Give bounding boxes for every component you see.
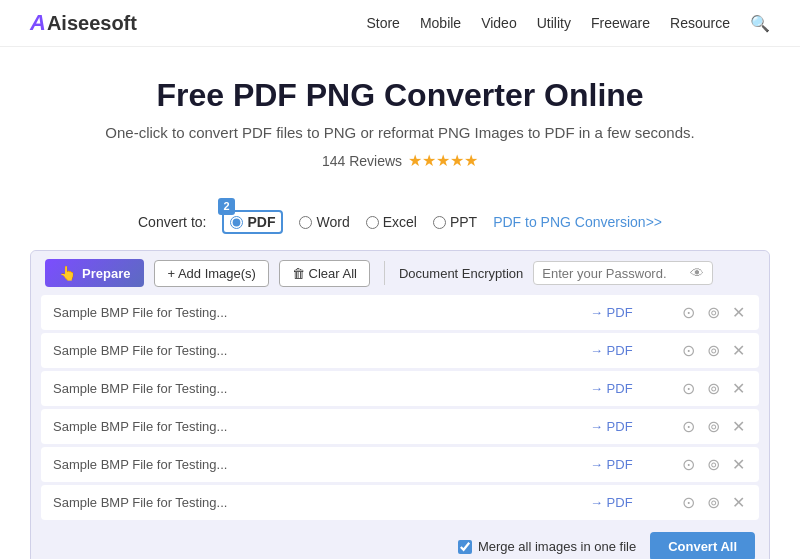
password-input-wrap: 👁: [533, 261, 713, 285]
nav-store[interactable]: Store: [366, 15, 399, 31]
file-actions: ⊙ ⊚ ✕: [680, 417, 747, 436]
file-name: Sample BMP File for Testing...: [53, 343, 590, 358]
pdf-radio[interactable]: [230, 216, 243, 229]
ppt-radio-label[interactable]: PPT: [433, 214, 477, 230]
check-icon[interactable]: ⊚: [705, 493, 722, 512]
reviews: 144 Reviews ★★★★★: [20, 151, 780, 170]
pdf-radio-label[interactable]: PDF: [247, 214, 275, 230]
table-row: Sample BMP File for Testing... → PDF ⊙ ⊚…: [41, 333, 759, 368]
table-row: Sample BMP File for Testing... → PDF ⊙ ⊚…: [41, 485, 759, 520]
check-icon[interactable]: ⊚: [705, 379, 722, 398]
file-list: Sample BMP File for Testing... → PDF ⊙ ⊚…: [41, 295, 759, 520]
table-row: Sample BMP File for Testing... → PDF ⊙ ⊚…: [41, 295, 759, 330]
file-name: Sample BMP File for Testing...: [53, 381, 590, 396]
clear-all-button[interactable]: 🗑 Clear All: [279, 260, 370, 287]
settings-icon[interactable]: ⊙: [680, 379, 697, 398]
logo-text: Aiseesoft: [47, 12, 137, 35]
file-actions: ⊙ ⊚ ✕: [680, 455, 747, 474]
pdf-to-png-link[interactable]: PDF to PNG Conversion>>: [493, 214, 662, 230]
close-icon[interactable]: ✕: [730, 341, 747, 360]
header: AAiseesoft Store Mobile Video Utility Fr…: [0, 0, 800, 47]
merge-checkbox-label[interactable]: Merge all images in one file: [458, 539, 636, 554]
file-actions: ⊙ ⊚ ✕: [680, 379, 747, 398]
output-format: → PDF: [590, 419, 670, 434]
word-radio[interactable]: [299, 216, 312, 229]
nav-mobile[interactable]: Mobile: [420, 15, 461, 31]
add-images-button[interactable]: + Add Image(s): [154, 260, 269, 287]
search-icon[interactable]: 🔍: [750, 14, 770, 33]
doc-encrypt-label: Document Encryption: [399, 266, 523, 281]
table-row: Sample BMP File for Testing... → PDF ⊙ ⊚…: [41, 371, 759, 406]
nav-video[interactable]: Video: [481, 15, 517, 31]
convert-all-button[interactable]: Convert All: [650, 532, 755, 559]
check-icon[interactable]: ⊚: [705, 455, 722, 474]
step-badge: 2: [218, 198, 234, 215]
toolbar: Prepare + Add Image(s) 🗑 Clear All Docum…: [31, 251, 769, 295]
eye-icon[interactable]: 👁: [690, 265, 704, 281]
page-title: Free PDF PNG Converter Online: [20, 77, 780, 114]
close-icon[interactable]: ✕: [730, 379, 747, 398]
output-format: → PDF: [590, 305, 670, 320]
file-actions: ⊙ ⊚ ✕: [680, 341, 747, 360]
file-name: Sample BMP File for Testing...: [53, 457, 590, 472]
settings-icon[interactable]: ⊙: [680, 303, 697, 322]
tool-area: Prepare + Add Image(s) 🗑 Clear All Docum…: [30, 250, 770, 559]
logo-a-icon: A: [30, 10, 46, 36]
password-input[interactable]: [542, 266, 690, 281]
table-row: Sample BMP File for Testing... → PDF ⊙ ⊚…: [41, 447, 759, 482]
toolbar-divider: [384, 261, 385, 285]
close-icon[interactable]: ✕: [730, 303, 747, 322]
excel-radio[interactable]: [366, 216, 379, 229]
file-name: Sample BMP File for Testing...: [53, 495, 590, 510]
close-icon[interactable]: ✕: [730, 417, 747, 436]
nav-resource[interactable]: Resource: [670, 15, 730, 31]
word-radio-label[interactable]: Word: [299, 214, 349, 230]
excel-radio-label[interactable]: Excel: [366, 214, 417, 230]
settings-icon[interactable]: ⊙: [680, 341, 697, 360]
reviews-count: 144 Reviews: [322, 153, 402, 169]
settings-icon[interactable]: ⊙: [680, 455, 697, 474]
file-name: Sample BMP File for Testing...: [53, 419, 590, 434]
output-format: → PDF: [590, 381, 670, 396]
nav-freeware[interactable]: Freeware: [591, 15, 650, 31]
pdf-radio-wrapper: 2 PDF: [222, 210, 283, 234]
close-icon[interactable]: ✕: [730, 455, 747, 474]
settings-icon[interactable]: ⊙: [680, 493, 697, 512]
close-icon[interactable]: ✕: [730, 493, 747, 512]
prepare-button[interactable]: Prepare: [45, 259, 144, 287]
check-icon[interactable]: ⊚: [705, 417, 722, 436]
convert-to-label: Convert to:: [138, 214, 206, 230]
convert-to-row: Convert to: 2 PDF Word Excel PPT PDF to …: [0, 210, 800, 234]
check-icon[interactable]: ⊚: [705, 341, 722, 360]
file-name: Sample BMP File for Testing...: [53, 305, 590, 320]
merge-label: Merge all images in one file: [478, 539, 636, 554]
file-actions: ⊙ ⊚ ✕: [680, 493, 747, 512]
settings-icon[interactable]: ⊙: [680, 417, 697, 436]
output-format: → PDF: [590, 495, 670, 510]
merge-checkbox[interactable]: [458, 540, 472, 554]
star-rating: ★★★★★: [408, 151, 478, 170]
check-icon[interactable]: ⊚: [705, 303, 722, 322]
file-actions: ⊙ ⊚ ✕: [680, 303, 747, 322]
nav-utility[interactable]: Utility: [537, 15, 571, 31]
logo: AAiseesoft: [30, 10, 137, 36]
table-row: Sample BMP File for Testing... → PDF ⊙ ⊚…: [41, 409, 759, 444]
nav: Store Mobile Video Utility Freeware Reso…: [366, 14, 770, 33]
ppt-radio[interactable]: [433, 216, 446, 229]
hero-section: Free PDF PNG Converter Online One-click …: [0, 47, 800, 210]
output-format: → PDF: [590, 457, 670, 472]
hero-subtitle: One-click to convert PDF files to PNG or…: [20, 124, 780, 141]
bottom-bar: Merge all images in one file Convert All: [31, 520, 769, 559]
output-format: → PDF: [590, 343, 670, 358]
